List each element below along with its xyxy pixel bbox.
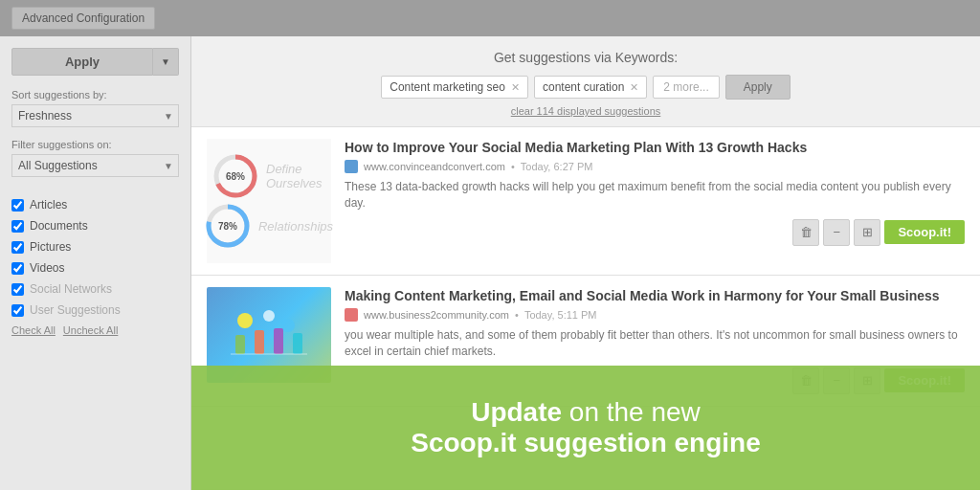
- keywords-apply-button[interactable]: Apply: [725, 75, 791, 100]
- source-icon-1: [345, 308, 358, 322]
- svg-point-5: [263, 310, 275, 322]
- bookmark-button-0[interactable]: ⊞: [854, 219, 880, 246]
- overlay-line1: Update on the new: [471, 397, 701, 428]
- overlay-banner: Update on the new Scoop.it suggestion en…: [191, 366, 980, 490]
- article-desc-0: These 13 data-backed growth hacks will h…: [345, 179, 965, 212]
- checkbox-pictures: Pictures: [11, 240, 179, 254]
- checkbox-videos: Videos: [11, 261, 179, 275]
- keyword-tag-1-remove[interactable]: ✕: [630, 81, 638, 94]
- advanced-config-button[interactable]: Advanced Configuration: [11, 7, 155, 30]
- checkbox-social: Social Networks: [11, 282, 179, 296]
- svg-point-4: [237, 313, 253, 328]
- article-title-0[interactable]: How to Improve Your Social Media Marketi…: [345, 139, 965, 156]
- checkbox-social-input[interactable]: [11, 283, 24, 296]
- scoop-button-0[interactable]: Scoop.it!: [884, 220, 965, 244]
- circle-chart-68: 68%: [212, 153, 258, 199]
- article-date-0: Today, 6:27 PM: [521, 161, 593, 172]
- keywords-title: Get suggestions via Keywords:: [211, 50, 961, 65]
- article-desc-1: you wear multiple hats, and some of them…: [345, 327, 965, 360]
- sidebar: Apply ▼ Sort suggestions by: Freshness ▼…: [0, 36, 191, 490]
- article-title-1[interactable]: Making Content Marketing, Email and Soci…: [345, 287, 965, 304]
- main-layout: Apply ▼ Sort suggestions by: Freshness ▼…: [0, 36, 980, 490]
- circle-68-label: 68%: [226, 171, 245, 182]
- svg-rect-10: [293, 333, 302, 354]
- article-source-0: www.convinceandconvert.com: [364, 161, 505, 172]
- filter-select[interactable]: All Suggestions: [11, 154, 179, 177]
- clear-link: clear 114 displayed suggestions: [211, 105, 961, 117]
- article-chart-0: 68% Define Ourselves 78% Relationship: [207, 139, 331, 263]
- article-card-0: 68% Define Ourselves 78% Relationship: [191, 127, 980, 276]
- checkbox-documents: Documents: [11, 219, 179, 233]
- top-bar: Advanced Configuration: [0, 0, 980, 36]
- keyword-tag-0-remove[interactable]: ✕: [511, 81, 520, 94]
- article-actions-0: 🗑 − ⊞ Scoop.it!: [345, 219, 965, 246]
- sort-select[interactable]: Freshness: [11, 104, 179, 127]
- svg-point-6: [281, 319, 295, 332]
- svg-rect-9: [274, 328, 283, 354]
- filter-select-wrapper: All Suggestions ▼: [11, 154, 179, 177]
- keywords-section: Get suggestions via Keywords: Content ma…: [191, 36, 980, 127]
- check-links: Check All Uncheck All: [11, 324, 179, 336]
- overlay-line1-normal: on the new: [562, 397, 701, 427]
- article-meta-0: www.convinceandconvert.com • Today, 6:27…: [345, 160, 965, 173]
- checkbox-articles-label: Articles: [30, 198, 67, 212]
- checkbox-user: User Suggestions: [11, 303, 179, 317]
- article-content-0: How to Improve Your Social Media Marketi…: [345, 139, 965, 263]
- article-separator-1: •: [515, 309, 519, 321]
- article-date-1: Today, 5:11 PM: [524, 309, 597, 321]
- circle-chart-78: 78%: [205, 203, 251, 249]
- clear-suggestions-link[interactable]: clear 114 displayed suggestions: [511, 105, 661, 117]
- sort-select-wrapper: Freshness ▼: [11, 104, 179, 127]
- delete-button-0[interactable]: 🗑: [792, 219, 819, 246]
- content-area: Get suggestions via Keywords: Content ma…: [191, 36, 980, 490]
- checkbox-documents-input[interactable]: [11, 220, 24, 233]
- checkbox-pictures-input[interactable]: [11, 241, 24, 254]
- chart-row-1: 68% Define Ourselves: [212, 153, 325, 199]
- checkbox-pictures-label: Pictures: [30, 240, 71, 254]
- checkbox-user-input[interactable]: [11, 304, 24, 317]
- keyword-tag-0-text: Content marketing seo: [390, 80, 505, 94]
- apply-row: Apply ▼: [11, 48, 179, 76]
- overlay-update-bold: Update: [471, 397, 562, 427]
- checkbox-videos-input[interactable]: [11, 262, 24, 275]
- circle-78-label: 78%: [218, 221, 237, 232]
- article-meta-1: www.business2community.com • Today, 5:11…: [345, 308, 965, 322]
- more-keywords-tag[interactable]: 2 more...: [653, 76, 719, 99]
- checkbox-articles-input[interactable]: [11, 199, 24, 212]
- sort-label: Sort suggestions by:: [11, 89, 179, 100]
- minus-button-0[interactable]: −: [823, 219, 850, 246]
- chart-relationships-text: Relationships: [258, 219, 333, 234]
- svg-rect-7: [235, 335, 245, 354]
- checkbox-documents-label: Documents: [30, 219, 88, 233]
- keyword-tag-0: Content marketing seo ✕: [381, 76, 528, 99]
- filter-label: Filter suggestions on:: [11, 139, 179, 150]
- keywords-row: Content marketing seo ✕ content curation…: [211, 75, 961, 100]
- apply-dropdown-button[interactable]: ▼: [153, 48, 179, 76]
- checkbox-social-label: Social Networks: [30, 282, 112, 296]
- source-icon-0: [345, 160, 358, 173]
- apply-button[interactable]: Apply: [11, 48, 153, 76]
- keyword-tag-1-text: content curation: [543, 80, 624, 94]
- keyword-tag-1: content curation ✕: [534, 76, 647, 99]
- check-all-link[interactable]: Check All: [11, 324, 56, 336]
- checkbox-articles: Articles: [11, 198, 179, 212]
- chart-define-text: Define Ourselves: [266, 162, 325, 190]
- chart-row-2: 78% Relationships: [205, 203, 333, 249]
- article-separator-0: •: [511, 161, 515, 172]
- checkbox-videos-label: Videos: [30, 261, 64, 275]
- svg-rect-8: [255, 330, 264, 354]
- article-source-1: www.business2community.com: [364, 309, 509, 321]
- uncheck-all-link[interactable]: Uncheck All: [63, 324, 118, 336]
- checkbox-user-label: User Suggestions: [30, 303, 121, 317]
- overlay-line2: Scoop.it suggestion engine: [411, 428, 761, 458]
